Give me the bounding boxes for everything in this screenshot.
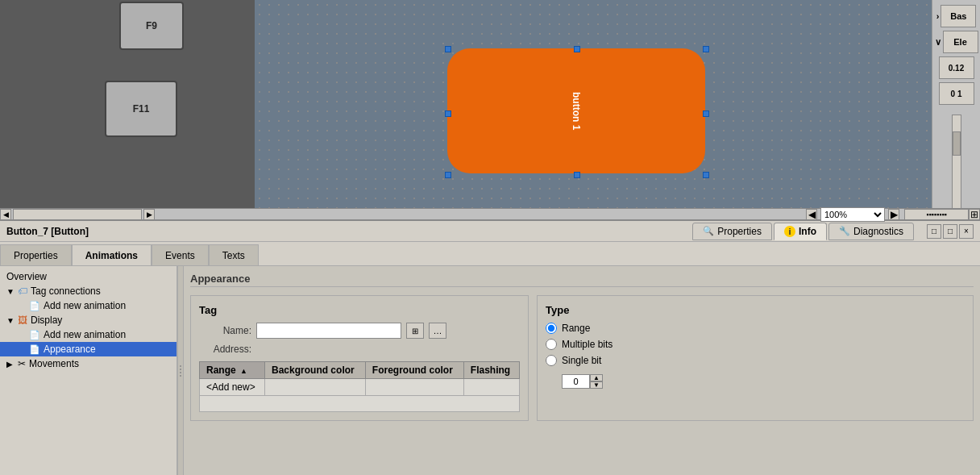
- chevron-right-icon: ›: [936, 11, 940, 21]
- tag-panel: Tag Name: ⊞ … Address:: [190, 295, 529, 421]
- f9-key-button: F9: [119, 2, 184, 50]
- vertical-scrollbar[interactable]: [952, 115, 961, 208]
- add-animation-tag-icon: 📄: [29, 301, 40, 311]
- binary-icon[interactable]: 0 1: [939, 82, 974, 105]
- selection-handle-ml[interactable]: [445, 110, 451, 117]
- address-row: Address:: [199, 344, 520, 355]
- radio-item-range[interactable]: Range: [546, 323, 965, 334]
- scroll-left-button[interactable]: ◀: [0, 209, 11, 220]
- type-panel: Type Range Multiple bits Sin: [537, 295, 974, 421]
- movements-icon: ✂: [18, 358, 26, 369]
- display-arrow-icon: ▼: [6, 316, 15, 325]
- table-row[interactable]: <Add new>: [200, 379, 520, 396]
- bas-label: Bas: [941, 5, 976, 27]
- sort-arrow-icon: ▲: [240, 367, 247, 375]
- tab-properties-panel[interactable]: Properties: [0, 244, 72, 265]
- search-icon: 🔍: [703, 226, 714, 236]
- diagnostics-icon: 🔧: [839, 226, 850, 236]
- zoom-area: ◀ 100% 50% 75% 150% 200% ▶: [801, 209, 904, 220]
- zoom-next-button[interactable]: ▶: [888, 209, 899, 220]
- type-panel-title: Type: [546, 304, 965, 316]
- add-animation-display-icon: 📄: [29, 330, 40, 340]
- scroll-right-button[interactable]: ▶: [143, 209, 155, 220]
- sidebar-item-add-new-animation-display[interactable]: 📄 Add new animation: [0, 327, 176, 342]
- selection-handle-bl[interactable]: [445, 172, 451, 178]
- display-icon: 🖼: [18, 315, 27, 326]
- radio-item-single-bit[interactable]: Single bit: [546, 355, 965, 366]
- col-range[interactable]: Range ▲: [200, 362, 265, 379]
- appearance-section-title: Appearance: [190, 273, 974, 287]
- maximize-button[interactable]: □: [943, 224, 957, 239]
- info-icon: i: [784, 226, 795, 237]
- sidebar-item-movements[interactable]: ▶ ✂ Movements: [0, 356, 176, 371]
- canvas-area: F9 F11 button 1 › Bas ∨ Ele 0.12 0 1: [0, 0, 980, 208]
- zoom-prev-button[interactable]: ◀: [806, 209, 817, 220]
- f11-key-button: F11: [105, 81, 177, 137]
- sidebar-item-add-new-animation-tag[interactable]: 📄 Add new animation: [0, 298, 176, 313]
- col-background-color[interactable]: Background color: [265, 362, 366, 379]
- titlebar: Button_7 [Button] 🔍 Properties i Info 🔧 …: [0, 219, 980, 242]
- radio-multiple-bits-label: Multiple bits: [562, 339, 612, 350]
- horizontal-scrollbar[interactable]: ◀ ▶ ◀ 100% 50% 75% 150% 200% ▶ ▪▪▪▪▪▪▪▪ …: [0, 208, 980, 219]
- radio-range-label: Range: [562, 323, 590, 334]
- dots-button[interactable]: …: [429, 323, 446, 339]
- table-row-empty: [200, 396, 520, 412]
- name-row: Name: ⊞ …: [199, 323, 520, 339]
- handle-dot-1: [180, 365, 181, 367]
- name-label: Name:: [199, 325, 251, 336]
- tag-icon: 🏷: [18, 285, 27, 297]
- name-input[interactable]: [256, 323, 401, 339]
- tab-animations-panel[interactable]: Animations: [72, 244, 152, 265]
- type-radio-group: Range Multiple bits Single bit: [546, 323, 965, 389]
- selection-handle-br[interactable]: [703, 172, 709, 178]
- selection-handle-tl[interactable]: [445, 46, 451, 52]
- sidebar-item-appearance[interactable]: 📄 Appearance: [0, 342, 176, 356]
- right-panel-top: › Bas ∨ Ele 0.12 0 1: [932, 0, 980, 208]
- grid-button[interactable]: ⊞: [406, 323, 424, 339]
- radio-range[interactable]: [546, 323, 557, 334]
- tag-panel-title: Tag: [199, 304, 520, 316]
- selection-handle-mr[interactable]: [703, 110, 709, 117]
- selection-handle-bm[interactable]: [574, 172, 580, 178]
- sidebar-item-overview[interactable]: Overview: [0, 269, 176, 284]
- right-content: Appearance Tag Name: ⊞ … Address:: [184, 266, 980, 475]
- col-flashing[interactable]: Flashing: [463, 362, 519, 379]
- cell-range: <Add new>: [200, 379, 265, 396]
- scroll-thumb[interactable]: [13, 209, 142, 220]
- sidebar-item-tag-connections[interactable]: ▼ 🏷 Tag connections: [0, 284, 176, 298]
- tab-info[interactable]: i Info: [774, 223, 827, 240]
- window-controls: □ □ ×: [927, 224, 974, 239]
- minimize-button[interactable]: □: [927, 224, 941, 239]
- close-button[interactable]: ×: [959, 224, 974, 239]
- ruler-button[interactable]: ⊞: [969, 209, 980, 220]
- spin-input[interactable]: [562, 374, 590, 389]
- appearance-table: Range ▲ Background color Foreground colo…: [199, 361, 520, 412]
- ele-label: Ele: [943, 31, 978, 53]
- selection-handle-tm[interactable]: [574, 46, 580, 52]
- sidebar-item-display[interactable]: ▼ 🖼 Display: [0, 313, 176, 327]
- handle-dot-3: [180, 372, 181, 373]
- content-panels: Tag Name: ⊞ … Address:: [190, 295, 974, 421]
- cell-foreground-color: [365, 379, 463, 396]
- radio-single-bit[interactable]: [546, 355, 557, 366]
- spin-down-button[interactable]: ▼: [590, 381, 603, 389]
- tab-events-panel[interactable]: Events: [152, 244, 209, 265]
- handle-dot-4: [180, 375, 181, 377]
- selection-handle-tr[interactable]: [703, 46, 709, 52]
- col-foreground-color[interactable]: Foreground color: [365, 362, 463, 379]
- sidebar-resize-handle[interactable]: [177, 266, 184, 475]
- radio-multiple-bits[interactable]: [546, 339, 557, 350]
- cell-flashing: [463, 379, 519, 396]
- tab-diagnostics[interactable]: 🔧 Diagnostics: [828, 223, 914, 240]
- decimal-icon[interactable]: 0.12: [939, 56, 974, 79]
- radio-item-multiple-bits[interactable]: Multiple bits: [546, 339, 965, 350]
- overview-label: Overview: [6, 271, 47, 282]
- spin-up-button[interactable]: ▲: [590, 374, 603, 381]
- tab-properties[interactable]: 🔍 Properties: [692, 223, 772, 240]
- element-title: Button_7 [Button]: [6, 226, 686, 237]
- left-sidebar: Overview ▼ 🏷 Tag connections 📄 Add new a…: [0, 266, 177, 475]
- button-widget[interactable]: button 1: [447, 48, 705, 173]
- sidebar-section: Overview ▼ 🏷 Tag connections 📄 Add new a…: [0, 266, 176, 374]
- tab-texts-panel[interactable]: Texts: [209, 244, 259, 265]
- zoom-select[interactable]: 100% 50% 75% 150% 200%: [820, 207, 885, 222]
